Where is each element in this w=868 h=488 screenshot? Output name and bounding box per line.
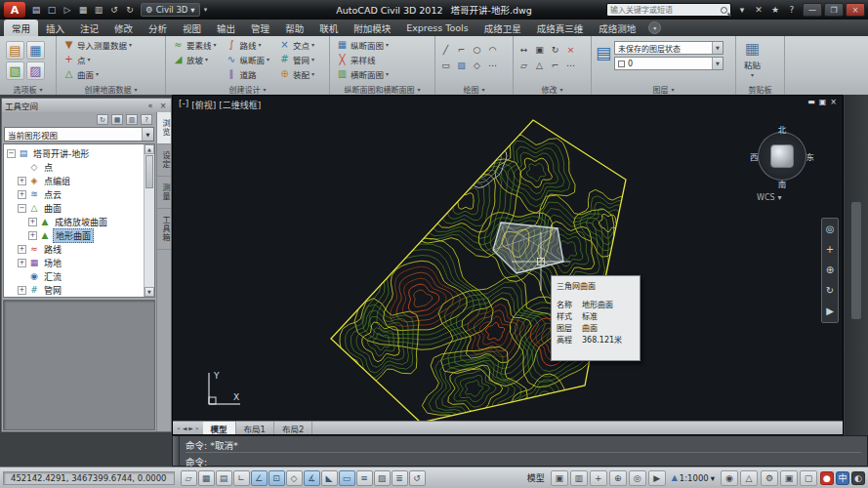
help-search-box[interactable]	[606, 3, 731, 17]
copy-button[interactable]: ▣	[532, 42, 547, 57]
inquiry-button[interactable]: ▨	[26, 61, 45, 80]
undo-icon[interactable]: ↺	[107, 5, 121, 15]
ribbon-tab-3[interactable]: 修改	[106, 20, 141, 36]
view-control[interactable]: [俯视]	[191, 99, 216, 111]
properties-button[interactable]: ▧	[6, 61, 24, 80]
polar-tracking-toggle[interactable]: ∠	[251, 470, 268, 486]
section-views-button[interactable]: ▥横断面图▾	[333, 66, 392, 81]
toolspace-header[interactable]: 工具空间 «×	[2, 99, 171, 112]
ribbon-tab-4[interactable]: 分析	[141, 20, 175, 36]
save-icon[interactable]: ▦	[76, 5, 90, 15]
auto-hide-icon[interactable]: «	[145, 102, 155, 110]
ribbon-group-label[interactable]: 选项板▾	[3, 84, 53, 95]
open-icon[interactable]: ▷	[61, 5, 74, 15]
tree-scrollbar[interactable]: ▲ ▼	[144, 144, 154, 297]
toolspace-button[interactable]: ▤	[6, 41, 24, 60]
close-icon[interactable]: ×	[158, 102, 168, 110]
ime-status-icon[interactable]: ●	[820, 471, 834, 485]
tree-expander-icon[interactable]: +	[28, 231, 37, 240]
layout-tab-0[interactable]: 模型	[203, 422, 236, 434]
help-icon[interactable]: ?	[141, 114, 152, 125]
snap-mode-toggle[interactable]: ▦	[198, 470, 215, 486]
help-icon[interactable]: ?	[785, 5, 799, 15]
profile-button[interactable]: ∿纵断面▾	[223, 52, 273, 66]
drawing-viewport[interactable]: YX [-][俯视][二维线框] ▬▣× 北 南 西 东 WCS ▾ ◎+⊕↻▶…	[172, 95, 844, 435]
tree-item-8[interactable]: +▦场地	[4, 256, 143, 269]
tree-item-label[interactable]: 点编组	[42, 175, 72, 187]
points-button[interactable]: +点▾	[60, 52, 135, 66]
annotation-scale-dropdown[interactable]: ▲ 1:1000 ▾	[669, 473, 718, 483]
scroll-down-icon[interactable]: ▼	[145, 287, 154, 297]
annotation-visibility-button[interactable]: ◉	[721, 470, 738, 486]
qat-overflow-button[interactable]: ▾	[204, 6, 208, 14]
import-survey-data-button[interactable]: ▼导入测量数据▾	[60, 37, 135, 52]
show-motion-button[interactable]: ▶	[648, 470, 666, 486]
layout-tab-2[interactable]: 布局2	[274, 422, 312, 434]
tree-item-label[interactable]: 塔哥开讲-地形	[31, 147, 91, 160]
minimize-button[interactable]: —	[803, 3, 822, 17]
feature-line-button[interactable]: ≈要素线▾	[169, 37, 220, 52]
rectangle-button[interactable]: ▭	[438, 58, 453, 72]
tree-item-9[interactable]: ◉汇流	[4, 269, 143, 283]
ribbon-tab-12[interactable]: 成络卫星	[476, 20, 529, 36]
tree-item-label[interactable]: 点	[42, 161, 55, 174]
tree-expander-icon[interactable]: +	[18, 245, 26, 254]
toolspace-tab-2[interactable]: 测量	[157, 177, 171, 209]
command-line-window[interactable]: 命令: *取消* 命令:	[172, 435, 868, 467]
mirror-button[interactable]: △	[532, 58, 547, 72]
quick-view-layouts-button[interactable]: ▣	[551, 470, 568, 486]
model-space-button[interactable]: 模型	[524, 471, 548, 484]
tree-expander-icon[interactable]: +	[18, 286, 26, 295]
toolspace-tab-3[interactable]: 工具箱	[157, 209, 171, 250]
ribbon-group-label[interactable]: 绘图▾	[438, 84, 510, 95]
layer-properties-button[interactable]: ▤	[596, 43, 608, 62]
viewcube-south[interactable]: 南	[778, 178, 787, 189]
ime-mode-icon[interactable]: ◐	[851, 471, 865, 485]
workspace-switching-button[interactable]: ⚙	[761, 470, 778, 486]
circle-button[interactable]: ○	[470, 42, 484, 57]
tree-item-label[interactable]: 曲面	[42, 202, 63, 215]
object-snap-tracking-toggle[interactable]: ∡	[304, 470, 320, 486]
tree-item-5[interactable]: +▲成络放坡曲面	[4, 215, 143, 228]
ribbon-tab-11[interactable]: Express Tools	[398, 20, 476, 36]
ribbon-tab-0[interactable]: 常用	[4, 20, 38, 36]
scrollbar-thumb[interactable]	[145, 155, 153, 188]
move-button[interactable]: ↔	[517, 42, 531, 57]
scroll-up-icon[interactable]: ▲	[145, 144, 154, 154]
application-menu-button[interactable]: A	[4, 2, 25, 18]
polyline-button[interactable]: ⌐	[454, 42, 469, 57]
arc-button[interactable]: ◠	[485, 42, 500, 57]
tree-item-label[interactable]: 成络放坡曲面	[53, 216, 109, 228]
dynamic-input-toggle[interactable]: ▭	[339, 470, 355, 486]
search-input[interactable]	[610, 6, 721, 15]
item-view-icon[interactable]: ▦	[111, 114, 123, 125]
ribbon-tab-7[interactable]: 管理	[243, 20, 277, 36]
selection-cycling-toggle[interactable]: ↺	[409, 470, 426, 486]
intersection-button[interactable]: ×交点▾	[275, 37, 317, 52]
restore-button[interactable]: ❐	[824, 3, 844, 17]
pipe-network-button[interactable]: #管网▾	[275, 52, 317, 66]
exchange-apps-icon[interactable]: ✕	[752, 5, 765, 15]
grid-display-toggle[interactable]: ▤	[216, 470, 232, 486]
ribbon-tab-6[interactable]: 输出	[209, 20, 243, 36]
3d-object-snap-toggle[interactable]: ◇	[286, 470, 303, 486]
ribbon-tab-9[interactable]: 联机	[311, 20, 346, 36]
doc-restore-button[interactable]: ▣	[819, 98, 827, 106]
menu-browser-icon[interactable]: ▤	[29, 5, 43, 15]
clean-screen-button[interactable]: ▢	[800, 470, 817, 486]
doc-minimize-button[interactable]: ▬	[807, 98, 815, 106]
object-snap-toggle[interactable]: ⊡	[269, 470, 285, 486]
refresh-icon[interactable]: ↻	[97, 114, 108, 125]
redo-icon[interactable]: ↻	[123, 5, 137, 15]
tree-item-3[interactable]: +≋点云	[4, 187, 143, 201]
ribbon-tab-14[interactable]: 成络测地	[591, 20, 643, 36]
tool-palettes-button[interactable]: ▦	[26, 41, 45, 60]
toolbar-lock-button[interactable]: ▣	[780, 470, 798, 486]
ribbon-group-label[interactable]: 图层▾	[595, 84, 732, 95]
profile-view-button[interactable]: ▦纵断面图▾	[333, 37, 392, 52]
scrollbar-thumb[interactable]	[851, 202, 861, 319]
current-layer-dropdown[interactable]: 0▼	[614, 57, 723, 70]
stretch-button[interactable]: ▱	[517, 58, 531, 72]
assembly-button[interactable]: ⊕装配▾	[275, 66, 317, 81]
communication-center-icon[interactable]: ★	[768, 5, 782, 15]
